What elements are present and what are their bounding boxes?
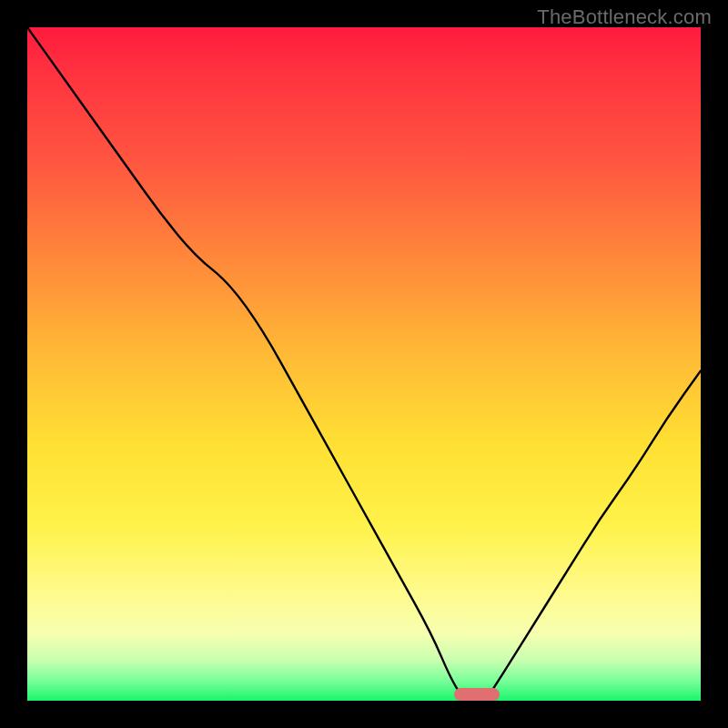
attribution-text: TheBottleneck.com <box>537 5 712 29</box>
plot-area <box>27 27 701 701</box>
bottleneck-curve <box>27 27 701 701</box>
optimal-marker <box>454 688 500 701</box>
chart-frame: TheBottleneck.com <box>0 0 728 728</box>
